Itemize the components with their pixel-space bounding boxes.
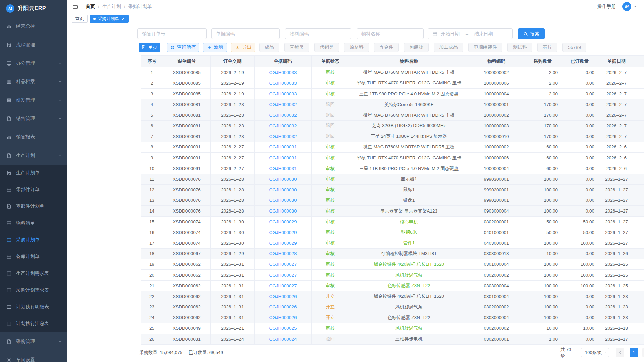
doc-link[interactable]: CGJH000024 [269,337,297,342]
doc-link[interactable]: CGJH000029 [269,230,297,235]
sidebar-subitem-2[interactable]: 零部件计划单 [0,198,67,215]
doc-link[interactable]: CGJH000029 [269,241,297,246]
sidebar-item-7[interactable]: 生产计划 [0,146,67,165]
category-button-6[interactable]: 加工成品 [434,43,463,52]
material-code-input[interactable]: 物料编码 [285,28,351,39]
manual-link[interactable]: 操作手册 [597,4,616,10]
doc-link[interactable]: CGJH000032 [269,113,297,118]
column-header: 单据编码 [255,56,312,67]
doc-link[interactable]: CGJH000028 [269,251,297,256]
tab-0[interactable]: 首页 [72,15,88,23]
cell-note [635,291,644,302]
chevron-down-icon [603,351,606,354]
doc-link[interactable]: CGJH000031 [269,166,297,171]
table-row: 5XSDD0000812026–1–23CGJH000032退回微星 MAG B… [141,110,644,120]
category-button-1[interactable]: 直销类 [284,43,309,52]
sidebar-item-9[interactable]: 车间设置 [0,351,67,362]
doc-code-input[interactable]: 单据编码 [211,28,280,39]
cell-doc-code: CGJH000031 [255,153,312,163]
sidebar-item-4[interactable]: 研发管理 [0,91,67,109]
sidebar-subitem-1[interactable]: 零部件订单 [0,181,67,198]
doc-link[interactable]: CGJH000030 [269,177,297,182]
add-button[interactable]: 新增 [203,43,227,52]
doc-link[interactable]: CGJH000026 [269,294,297,299]
breadcrumb-item-0[interactable]: 首页 [86,4,95,10]
doc-link[interactable]: CGJH000031 [269,155,297,160]
sidebar-item-0[interactable]: 经营总控 [0,17,67,36]
doc-link[interactable]: CGJH000025 [269,326,297,331]
export-button[interactable]: 导出 [231,43,255,52]
page-size-select[interactable]: 100条/页 [581,348,609,357]
page-number-button[interactable]: 1 [630,348,638,357]
caret-down-icon[interactable] [634,6,637,9]
table-row: 22XSDD0000622026–1–31CGJH000026开立钣金铰链件 Φ… [141,291,644,302]
sidebar-subitem-4[interactable]: 采购计划单 [0,232,67,248]
material-name-input[interactable]: 物料名称 [357,28,424,39]
doc-link[interactable]: CGJH000026 [269,304,297,309]
prev-page-button[interactable] [616,348,624,357]
sidebar-item-5[interactable]: 销售管理 [0,109,67,128]
sales-order-input[interactable]: 销售订单号 [137,28,207,39]
sidebar-subitem-7[interactable]: 采购计划需求表 [0,282,67,299]
sidebar-item-6[interactable]: 销售报表 [0,128,67,146]
research-icon [6,98,12,103]
sidebar-subitem-9[interactable]: 计划执行汇总表 [0,315,67,332]
cell-purchase-qty: 170.00 [524,131,561,142]
avatar[interactable]: M [622,2,631,11]
doc-link[interactable]: CGJH000032 [269,134,297,139]
purchase-total: 采购数量: 15,084,075 [139,350,182,356]
next-page-button[interactable] [642,348,644,357]
category-button-9[interactable]: 芯片 [537,43,557,52]
tab-1[interactable]: 采购计划单 [90,15,129,23]
cell-doc-date: 2026–2–7 [598,121,635,131]
cell-order-no: XSDD000081 [163,131,211,142]
doc-link[interactable]: CGJH000032 [269,102,297,107]
category-button-3[interactable]: 原材料 [344,43,369,52]
sidebar-item-8[interactable]: 采购管理 [0,332,67,351]
query-all-button[interactable]: 查询所有 [167,43,199,52]
doc-link[interactable]: CGJH000030 [269,187,297,192]
doc-link[interactable]: CGJH000026 [269,315,297,320]
category-button-0[interactable]: 成品 [259,43,279,52]
doc-link[interactable]: CGJH000032 [269,123,297,128]
cell-material-name: 风机旋涡气泵 [349,302,469,312]
category-button-10[interactable]: 56789 [562,43,586,52]
category-button-2[interactable]: 代销类 [314,43,339,52]
date-range-input[interactable]: 开始日期–结束日期 [428,28,513,39]
breadcrumb-item-1[interactable]: 生产计划 [102,4,121,10]
doc-link[interactable]: CGJH000030 [269,208,297,214]
hamburger-icon[interactable] [73,4,78,9]
sidebar-item-2[interactable]: 办公管理 [0,54,67,72]
sidebar-subitem-6[interactable]: 生产计划需求表 [0,265,67,282]
cell-note [635,238,644,248]
category-button-8[interactable]: 测试料 [507,43,532,52]
doc-link[interactable]: CGJH000027 [269,273,297,278]
doc-link[interactable]: CGJH000033 [269,81,297,86]
sidebar-subitem-3[interactable]: 物料清单 [0,215,67,232]
doc-link[interactable]: CGJH000027 [269,283,297,288]
doc-button[interactable]: 单据 [139,43,160,52]
category-button-5[interactable]: 包装物 [404,43,429,52]
sidebar-item-1[interactable]: 流程管理 [0,36,67,54]
doc-link[interactable]: CGJH000033 [269,91,297,96]
close-icon[interactable] [121,17,125,21]
sidebar-subitem-5[interactable]: 备库计划单 [0,248,67,265]
sidebar-item-3[interactable]: 料品档案 [0,72,67,91]
chevron-down-icon [58,135,62,139]
cell-ordered-qty: 0.00 [561,131,598,142]
category-button-4[interactable]: 五金件 [374,43,399,52]
cell-order-no: XSDD000076 [163,185,211,195]
doc-link[interactable]: CGJH000031 [269,144,297,149]
sidebar-subitem-0[interactable]: 生产计划单 [0,165,67,181]
category-button-7[interactable]: 电脑组装件 [468,43,502,52]
doc-link[interactable]: CGJH000029 [269,219,297,224]
doc-link[interactable]: CGJH000033 [269,70,297,75]
table-row: 17XSDD0000742026–1–30CGJH000029审核管件10403… [141,238,644,248]
chevron-down-icon [58,43,62,47]
cell-status: 开立 [312,291,349,302]
cell-due-date: 2026–1–31 [211,281,255,291]
sidebar-subitem-8[interactable]: 计划执行明细表 [0,299,67,315]
search-button[interactable]: 搜索 [518,28,545,39]
doc-link[interactable]: CGJH000027 [269,262,297,267]
doc-link[interactable]: CGJH000030 [269,198,297,203]
